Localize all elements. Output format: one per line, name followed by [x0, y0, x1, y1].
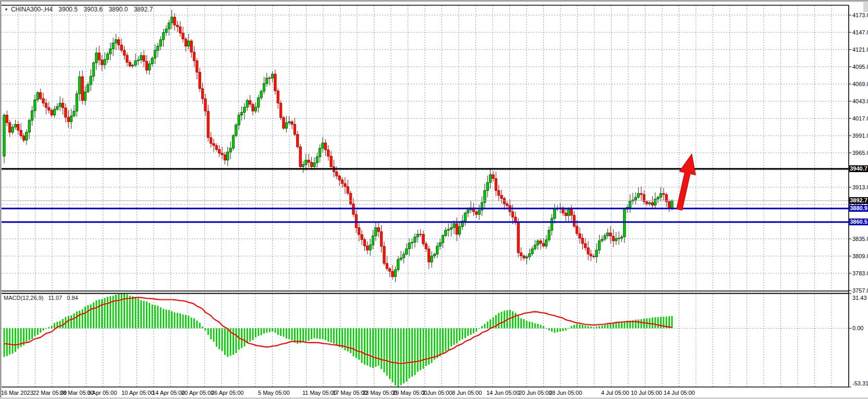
- date-label: 20 Apr 05:00: [181, 390, 214, 396]
- date-label: 16 Mar 2023: [1, 390, 33, 396]
- price-tag-support-upper: 3880.9: [849, 205, 868, 212]
- price-axis-label: 3991.0: [852, 132, 868, 139]
- price-axis-label: 3783.0: [852, 270, 868, 276]
- trend-up-arrow: [677, 154, 696, 210]
- price-axis-label: 4069.0: [852, 81, 868, 87]
- date-label: 10 Jul 05:00: [631, 390, 662, 396]
- macd-main-value: 11.07: [48, 295, 62, 301]
- date-label: 23 May 05:00: [362, 390, 397, 396]
- date-label: 4 Jul 05:00: [601, 390, 629, 396]
- date-label: 3 Apr 05:00: [88, 390, 117, 396]
- date-label: 26 Apr 05:00: [211, 390, 243, 396]
- ohlc-low-value: 3890.0: [108, 6, 128, 13]
- macd-histogram: [4, 294, 673, 387]
- scrollbar-corner: [863, 2, 868, 12]
- date-label: 11 May 05:00: [302, 390, 337, 396]
- candlesticks: [3, 10, 673, 282]
- price-tag-support-lower: 3860.5: [849, 219, 868, 225]
- ohlc-high-value: 3903.6: [83, 6, 103, 13]
- window-left-edge: [0, 0, 2, 399]
- price-tag-resistance-line: 3940.7: [849, 165, 868, 172]
- symbol-dropdown-icon[interactable]: ▼: [4, 7, 8, 12]
- symbol-info-row: ▼CHINA300-,H4 3900.5 3903.6 3890.0 3892.…: [4, 6, 153, 13]
- chart-canvas[interactable]: [0, 0, 868, 399]
- ohlc-open-value: 3900.5: [58, 6, 78, 13]
- date-label: 14 Jul 05:00: [664, 390, 695, 396]
- date-label: 28 Jun 05:00: [549, 390, 582, 396]
- price-axis-label: 4147.0: [852, 29, 868, 35]
- macd-axis-label: 0.00: [852, 325, 863, 331]
- date-label: 10 Apr 05:00: [121, 390, 154, 396]
- price-axis-label: 4095.0: [852, 64, 868, 70]
- price-axis-label: 3835.0: [852, 236, 868, 242]
- macd-axis-label: 31.43: [852, 295, 867, 301]
- macd-title: MACD(12,26,9): [4, 295, 43, 301]
- date-label: 2 Jun 05:00: [422, 390, 453, 396]
- window-top-edge: [0, 0, 868, 2]
- date-label: 14 Jun 05:00: [486, 390, 520, 396]
- price-tag-bid: 3892.7: [849, 197, 868, 204]
- date-label: 5 May 05:00: [258, 390, 290, 396]
- price-axis-label: 4043.0: [852, 98, 868, 104]
- macd-signal-value: 0.84: [67, 295, 78, 301]
- macd-axis-label: -53.31: [852, 380, 868, 386]
- date-label: 20 Jun 05:00: [519, 390, 552, 396]
- symbol-timeframe-label: CHINA300-,H4: [11, 6, 53, 13]
- price-axis-label: 3965.0: [852, 150, 868, 156]
- price-axis-label: 4173.0: [852, 12, 868, 18]
- level-lines: [2, 169, 849, 222]
- price-axis-label: 3809.0: [852, 253, 868, 259]
- price-axis-label: 4017.0: [852, 115, 868, 122]
- date-label: 14 Apr 05:00: [152, 390, 185, 396]
- ohlc-close-value: 3892.7: [133, 6, 153, 13]
- price-axis-label: 4121.0: [852, 46, 868, 53]
- mt4-chart-window: ▼CHINA300-,H4 3900.5 3903.6 3890.0 3892.…: [0, 0, 868, 399]
- date-label: 8 Jun 05:00: [452, 390, 482, 396]
- price-axis-label: 3913.0: [852, 184, 868, 190]
- price-axis-label: 3757.0: [852, 287, 868, 294]
- macd-info-row: MACD(12,26,9) 11.07 0.84: [4, 295, 78, 301]
